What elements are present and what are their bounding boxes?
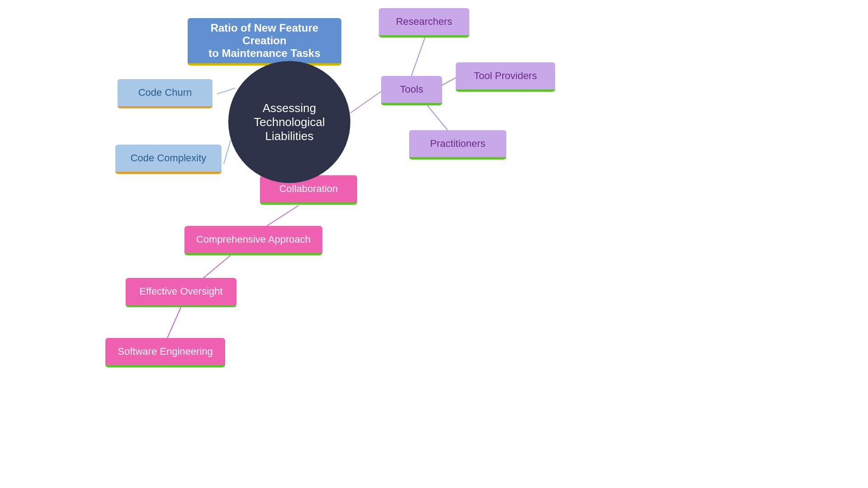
effective-oversight-label: Effective Oversight	[139, 286, 222, 297]
tool-providers-label: Tool Providers	[474, 70, 537, 82]
svg-line-5	[411, 38, 425, 76]
svg-line-2	[224, 140, 231, 164]
center-node: Assessing Technological Liabilities	[228, 61, 350, 183]
svg-line-9	[203, 255, 231, 278]
svg-line-1	[217, 88, 235, 94]
researchers-label: Researchers	[396, 16, 453, 28]
code-churn-label: Code Churn	[138, 87, 192, 99]
practitioners-node: Practitioners	[409, 130, 506, 160]
practitioners-label: Practitioners	[430, 138, 485, 150]
svg-line-8	[267, 206, 298, 226]
effective-oversight-node: Effective Oversight	[126, 278, 236, 307]
center-label: Assessing Technological Liabilities	[228, 101, 350, 143]
svg-line-10	[167, 307, 181, 338]
code-complexity-node: Code Complexity	[115, 145, 222, 174]
researchers-node: Researchers	[379, 8, 469, 38]
collaboration-label: Collaboration	[279, 183, 338, 195]
tool-providers-node: Tool Providers	[456, 62, 555, 92]
comprehensive-approach-node: Comprehensive Approach	[184, 226, 322, 255]
svg-line-7	[427, 105, 448, 130]
tools-label: Tools	[400, 84, 423, 95]
tools-node: Tools	[381, 76, 442, 105]
software-engineering-node: Software Engineering	[105, 338, 225, 367]
software-engineering-label: Software Engineering	[118, 346, 212, 357]
comprehensive-approach-label: Comprehensive Approach	[196, 234, 311, 245]
svg-line-4	[350, 91, 382, 113]
code-churn-node: Code Churn	[118, 79, 212, 108]
svg-line-6	[441, 77, 457, 86]
ratio-node: Ratio of New Feature Creation to Mainten…	[188, 18, 341, 66]
code-complexity-label: Code Complexity	[131, 152, 207, 164]
ratio-label: Ratio of New Feature Creation to Mainten…	[197, 22, 332, 60]
